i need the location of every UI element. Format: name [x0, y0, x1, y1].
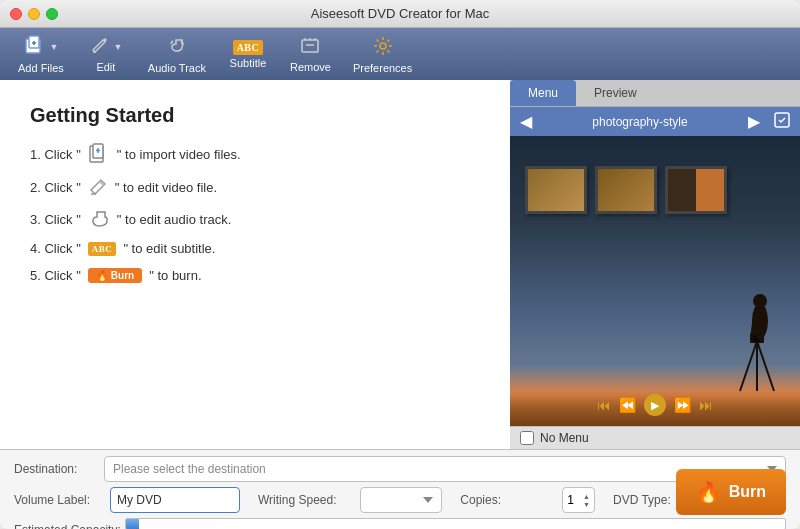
remove-button[interactable]: Remove [280, 32, 341, 76]
step-2: 2. Click " " to edit video file. [30, 177, 480, 197]
step-2-number: 2. Click " [30, 180, 81, 195]
fast-forward-button[interactable]: ⏩ [674, 397, 691, 413]
preferences-icon [372, 35, 394, 60]
capacity-row: Estimated Capacity: 0.5GB 1G 1.5GB 2GB 2… [14, 518, 786, 529]
prev-template-button[interactable]: ◀ [520, 114, 532, 130]
step-4-number: 4. Click " [30, 241, 81, 256]
edit-button[interactable]: ▼ Edit [76, 32, 136, 76]
subtitle-label: Subtitle [230, 57, 267, 69]
preview-panel: Menu Preview ◀ photography-style ▶ [510, 80, 800, 449]
add-files-icon [23, 35, 45, 60]
tab-menu[interactable]: Menu [510, 80, 576, 106]
edit-step-icon [88, 177, 108, 197]
volume-label: Volume Label: [14, 493, 104, 507]
photo-frame-1 [525, 166, 587, 214]
step-4-text: " to edit subtitle. [123, 241, 215, 256]
window-controls [10, 8, 58, 20]
remove-icon [300, 36, 320, 59]
minimize-button[interactable] [28, 8, 40, 20]
window-title: Aiseesoft DVD Creator for Mac [311, 6, 489, 21]
audio-step-icon [88, 209, 110, 229]
photo-frame-2 [595, 166, 657, 214]
maximize-button[interactable] [46, 8, 58, 20]
subtitle-button[interactable]: ABC Subtitle [218, 32, 278, 76]
destination-label: Destination: [14, 462, 104, 476]
capacity-label: Estimated Capacity: [14, 523, 121, 530]
capacity-fill [126, 519, 139, 529]
audio-track-icon [166, 35, 188, 60]
step-1: 1. Click " " to import video files. [30, 143, 480, 165]
skip-back-button[interactable]: ⏮ [597, 397, 611, 413]
no-menu-checkbox[interactable] [520, 431, 534, 445]
step-1-text: " to import video files. [117, 147, 241, 162]
play-button[interactable]: ▶ [644, 394, 666, 416]
burn-step-icon: 🔥Burn [88, 268, 142, 283]
edit-template-button[interactable] [774, 112, 790, 131]
burn-button[interactable]: 🔥 Burn [676, 469, 786, 515]
step-5-number: 5. Click " [30, 268, 81, 283]
subtitle-step-icon: ABC [88, 242, 117, 256]
preview-tabs: Menu Preview [510, 80, 800, 107]
remove-label: Remove [290, 61, 331, 73]
add-files-step-icon [88, 143, 110, 165]
edit-arrow: ▼ [113, 42, 122, 52]
getting-started-panel: Getting Started 1. Click " " to import v… [0, 80, 510, 449]
destination-row: Destination: Please select the destinati… [14, 456, 786, 482]
preview-nav: ◀ photography-style ▶ [510, 107, 800, 136]
svg-line-24 [752, 319, 754, 335]
capacity-bar [125, 518, 786, 529]
step-5: 5. Click " 🔥Burn " to burn. [30, 268, 480, 283]
step-2-text: " to edit video file. [115, 180, 217, 195]
copies-up[interactable]: ▲ [583, 493, 590, 500]
burn-label: Burn [729, 483, 766, 501]
playback-controls: ⏮ ⏪ ▶ ⏩ ⏭ [510, 394, 800, 416]
titlebar: Aiseesoft DVD Creator for Mac [0, 0, 800, 28]
photo-frame-3 [665, 166, 727, 214]
add-files-button[interactable]: ▼ Add Files [8, 32, 74, 76]
step-3-text: " to edit audio track. [117, 212, 231, 227]
tab-preview[interactable]: Preview [576, 80, 655, 106]
no-menu-label: No Menu [540, 431, 589, 445]
skip-forward-button[interactable]: ⏭ [699, 397, 713, 413]
audio-track-button[interactable]: Audio Track [138, 32, 216, 76]
close-button[interactable] [10, 8, 22, 20]
preview-image: ⏮ ⏪ ▶ ⏩ ⏭ [510, 136, 800, 426]
copies-spinner: 1 ▲ ▼ [562, 487, 595, 513]
preferences-label: Preferences [353, 62, 412, 74]
photographer-silhouette [730, 291, 785, 401]
bottom-bar: Destination: Please select the destinati… [0, 449, 800, 529]
copies-down[interactable]: ▼ [583, 501, 590, 508]
burn-icon: 🔥 [696, 480, 721, 504]
toolbar: ▼ Add Files ▼ Edit [0, 28, 800, 80]
writing-speed-select[interactable] [360, 487, 442, 513]
preferences-button[interactable]: Preferences [343, 32, 422, 76]
subtitle-icon: ABC [233, 40, 264, 55]
svg-point-10 [380, 43, 386, 49]
svg-point-23 [753, 294, 767, 308]
add-files-label: Add Files [18, 62, 64, 74]
photo-frames [525, 166, 727, 214]
main-area: Getting Started 1. Click " " to import v… [0, 80, 800, 449]
edit-label: Edit [96, 61, 115, 73]
svg-line-19 [757, 341, 774, 391]
rewind-button[interactable]: ⏪ [619, 397, 636, 413]
copies-label: Copies: [460, 493, 550, 507]
step-5-text: " to burn. [149, 268, 201, 283]
add-files-arrow: ▼ [49, 42, 58, 52]
volume-row: Volume Label: Writing Speed: Copies: 1 ▲… [14, 487, 786, 513]
getting-started-heading: Getting Started [30, 104, 480, 127]
writing-speed-label: Writing Speed: [258, 493, 348, 507]
svg-line-17 [740, 341, 757, 391]
svg-rect-5 [302, 40, 318, 52]
audio-track-label: Audio Track [148, 62, 206, 74]
template-name: photography-style [538, 115, 742, 129]
no-menu-area: No Menu [510, 426, 800, 449]
step-3: 3. Click " " to edit audio track. [30, 209, 480, 229]
copies-value: 1 [567, 493, 574, 507]
edit-icon [89, 36, 109, 59]
step-3-number: 3. Click " [30, 212, 81, 227]
step-1-number: 1. Click " [30, 147, 81, 162]
volume-input[interactable] [110, 487, 240, 513]
next-template-button[interactable]: ▶ [748, 114, 760, 130]
step-4: 4. Click " ABC " to edit subtitle. [30, 241, 480, 256]
